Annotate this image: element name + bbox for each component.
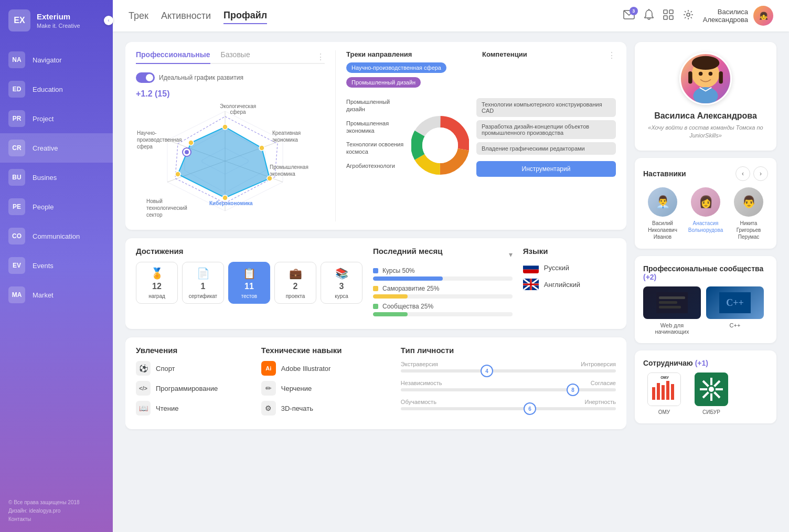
axis-label-np: Научно-производственнаясфера <box>137 130 184 150</box>
brand-logo: EX <box>8 9 30 31</box>
mentor-2-name: Анастасия Вольнорудова <box>686 220 725 233</box>
brand-header: EX Exterium Make it. Creative <box>0 0 113 41</box>
community-cpp[interactable]: C++ C++ <box>706 286 764 335</box>
axis-label-eco: Экологическаясфера <box>220 103 256 115</box>
web-community-icon <box>656 292 688 313</box>
spider-section: Профессиональные Базовые ⋮ Идеальный гра… <box>136 50 325 221</box>
sport-label: Спорт <box>156 365 175 373</box>
header-nav: Трек Активности Профайл <box>129 8 267 24</box>
illustrator-label: Adobe Illustrator <box>281 365 331 373</box>
sidebar-item-people[interactable]: PE People <box>0 192 113 221</box>
mentor-1: 👨‍💼 Василий Николаевич Иванов <box>643 187 682 240</box>
mail-icon-wrap[interactable]: 3 <box>623 10 635 22</box>
sidebar-item-education[interactable]: ED Education <box>0 75 113 104</box>
svg-rect-40 <box>688 71 692 84</box>
test-icon: 📋 <box>243 267 256 280</box>
slider-track-1[interactable]: 4 <box>401 369 616 373</box>
nav-abbr-co: CO <box>8 228 25 244</box>
svg-point-42 <box>699 72 703 76</box>
sidebar-item-creative[interactable]: CR Creative <box>0 133 113 163</box>
collab-sibur[interactable]: СИБУР <box>690 373 732 415</box>
svg-point-19 <box>188 140 194 145</box>
slider-track-3[interactable]: 6 <box>401 407 616 410</box>
tab-activities[interactable]: Активности <box>161 8 211 24</box>
hobbies-title: Увлечения <box>136 346 251 355</box>
grid-icon-wrap[interactable] <box>663 9 674 22</box>
last-month-dropdown[interactable]: ▾ <box>509 250 513 259</box>
bar-courses: Курсы 50% <box>373 267 513 281</box>
ach-projects[interactable]: 💼 2 проекта <box>274 262 316 304</box>
toolkit-button[interactable]: Инструментарий <box>476 161 616 177</box>
agreement-label: Согласие <box>591 380 616 386</box>
profile-avatar <box>679 52 732 105</box>
bar-track-courses <box>373 276 513 281</box>
hobbies-section: Увлечения ⚽ Спорт </> Программирование 📖… <box>136 346 251 421</box>
community-web[interactable]: Web для начинающих <box>643 286 701 335</box>
cert-icon: 📄 <box>197 267 210 280</box>
track-label-1: Промышленный дизайн <box>346 98 404 113</box>
sidebar-item-communication[interactable]: CO Communication <box>0 221 113 251</box>
axis-label-creative-eco: Креативнаяэкономика <box>272 130 314 143</box>
bell-icon-wrap[interactable] <box>644 9 654 23</box>
sidebar-item-navigator[interactable]: NA Navigator <box>0 45 113 75</box>
course-num: 3 <box>339 282 344 291</box>
comp-item-3: Владение графическими редакторами <box>476 142 616 155</box>
slider-thumb-2: 8 <box>567 384 579 396</box>
svg-rect-52 <box>652 387 655 400</box>
collab-omu[interactable]: ОМУ ОМУ <box>643 373 685 415</box>
sidebar-item-project[interactable]: PR Project <box>0 104 113 133</box>
svg-point-5 <box>687 13 690 16</box>
svg-rect-4 <box>669 16 673 19</box>
hobby-reading: 📖 Чтение <box>136 401 251 416</box>
illustrator-icon: Ai <box>261 361 276 376</box>
personality-title: Тип личности <box>401 346 616 355</box>
sidebar-item-market[interactable]: MA Market <box>0 280 113 310</box>
slider-thumb-3: 6 <box>524 402 536 415</box>
mentor-prev-button[interactable]: ‹ <box>735 166 750 181</box>
toggle-switch[interactable] <box>136 72 155 83</box>
spider-tab-professional[interactable]: Профессиональные <box>136 50 210 64</box>
sidebar-collapse-button[interactable]: ‹ <box>104 16 113 25</box>
ideal-toggle[interactable]: Идеальный график развития <box>136 72 325 83</box>
sidebar-item-busines[interactable]: BU Busines <box>0 163 113 192</box>
lang-russian: Русский <box>523 262 616 273</box>
sidebar-item-events[interactable]: EV Events <box>0 251 113 280</box>
collab-omu-thumb: ОМУ <box>647 373 681 406</box>
spider-menu-dots[interactable]: ⋮ <box>316 52 325 62</box>
personality-row-2: Независимость Согласие 8 <box>401 380 616 391</box>
tracks-menu-dots[interactable]: ⋮ <box>607 50 616 60</box>
slider-track-2[interactable]: 8 <box>401 388 616 391</box>
mentor-next-button[interactable]: › <box>753 166 768 181</box>
tab-profile[interactable]: Профайл <box>223 8 267 24</box>
score-badge: +1.2 (15) <box>136 89 325 99</box>
svg-rect-2 <box>669 10 673 14</box>
achievements-title: Достижения <box>136 247 362 256</box>
top-card: Профессиональные Базовые ⋮ Идеальный гра… <box>125 42 626 230</box>
tech-skills-section: Технические навыки Ai Adobe Illustrator … <box>261 346 390 421</box>
nav-label-navigator: Navigator <box>33 56 62 64</box>
programming-icon: </> <box>136 381 151 396</box>
header-user[interactable]: ВасилисаАлександрова 👧 <box>703 6 773 26</box>
section-divider <box>335 50 336 221</box>
ach-certs[interactable]: 📄 1 сертификат <box>182 262 224 304</box>
reading-label: Чтение <box>156 405 178 412</box>
axis-label-industrial-eco: Промышленнаяэкономика <box>270 164 314 177</box>
hobby-programming: </> Программирование <box>136 381 251 396</box>
ach-tests[interactable]: 📋 11 тестов <box>228 262 270 304</box>
slider-thumb-1: 4 <box>481 365 493 377</box>
svg-rect-3 <box>664 16 667 19</box>
spider-tab-basic[interactable]: Базовые <box>221 50 250 63</box>
nav-label-project: Project <box>33 115 54 123</box>
ach-courses[interactable]: 📚 3 курса <box>321 262 362 304</box>
ach-awards[interactable]: 🏅 12 наград <box>136 262 178 304</box>
award-icon: 🏅 <box>151 267 164 280</box>
right-panel: Василиса Александрова «Хочу войти в сост… <box>635 42 776 522</box>
cert-num: 1 <box>201 282 206 291</box>
sibur-icon <box>695 373 728 406</box>
svg-rect-46 <box>659 296 685 299</box>
settings-icon-wrap[interactable] <box>683 9 694 22</box>
flag-ru <box>523 262 539 273</box>
tab-trek[interactable]: Трек <box>129 8 148 24</box>
test-num: 11 <box>244 282 254 291</box>
content-area: Профессиональные Базовые ⋮ Идеальный гра… <box>113 31 789 532</box>
